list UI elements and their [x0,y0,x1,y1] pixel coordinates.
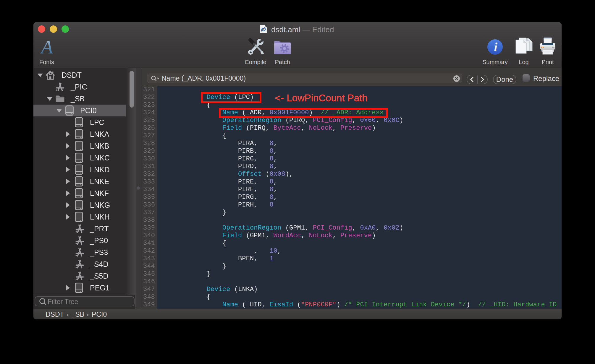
svg-text:A: A [40,38,53,56]
svg-text:i: i [494,40,497,54]
